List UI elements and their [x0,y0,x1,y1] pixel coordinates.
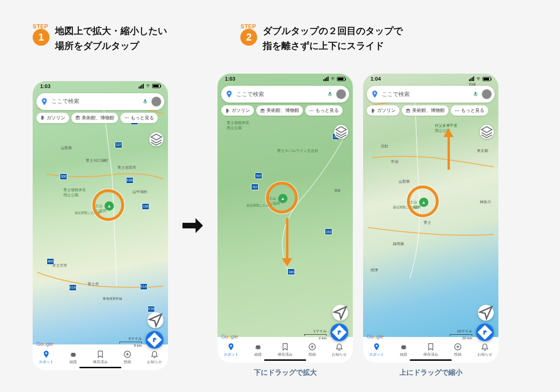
svg-point-6 [128,117,129,118]
home-indicator[interactable] [79,367,121,368]
phone-screenshot-3: 1:04ここで検索ガソリン美術館、博物館もっと見る高崎秩父多摩甲斐国立公園北杜東… [363,74,498,363]
svg-rect-11 [329,92,331,95]
svg-point-7 [45,352,47,354]
mic-icon[interactable] [327,91,333,97]
svg-point-10 [228,92,230,94]
svg-point-22 [455,110,456,111]
battery-icon [483,77,491,81]
status-bar: 1:04 [363,74,498,84]
svg-point-18 [478,80,479,80]
svg-point-14 [311,110,312,111]
mic-icon[interactable] [142,98,148,105]
search-placeholder: ここで検索 [51,97,139,105]
chip-more[interactable]: もっと見る [305,105,343,116]
signal-icon [139,84,144,89]
mic-icon[interactable] [472,91,479,97]
wifi-icon [476,77,481,81]
battery-icon [152,84,161,88]
nav-spot[interactable]: スポット [217,337,245,363]
step-label: STEP [240,23,257,30]
chip-more[interactable]: もっと見る [120,113,158,123]
signal-icon [469,76,474,81]
status-bar: 1:03 [217,74,353,84]
svg-point-5 [126,117,127,118]
signal-icon [323,76,329,81]
step-label: STEP [33,23,49,30]
step-title-2: ダブルタップの２回目のタップで 指を離さずに上下にスライド [263,23,403,53]
svg-rect-20 [475,92,476,95]
svg-point-23 [457,110,458,111]
locate-button[interactable] [147,312,163,328]
svg-point-24 [458,110,459,111]
step-title-1: 地図上で拡大・縮小したい 場所をダブルタップ [55,23,167,53]
scale-bar: 10マイル20 km [450,329,472,340]
google-logo: Google [221,334,238,339]
highlight-circle [92,189,124,221]
chip-museum[interactable]: 美術館、博物館 [402,105,448,116]
svg-point-0 [148,87,148,88]
search-bar[interactable]: ここで検索 [367,86,495,103]
nav-route[interactable]: 経路 [245,337,272,363]
search-placeholder: ここで検索 [236,90,324,98]
caption-zoom-in: 下にドラッグで拡大 [217,368,353,377]
avatar[interactable] [151,96,161,107]
locate-button[interactable] [332,305,348,321]
home-indicator[interactable] [410,359,452,361]
svg-point-1 [43,99,45,101]
google-logo: Google [36,341,53,347]
chip-gas[interactable]: ガソリン [221,105,254,116]
nav-contribute[interactable]: 投稿 [114,344,141,370]
search-placeholder: ここで検索 [382,90,469,98]
svg-point-4 [125,117,126,118]
avatar[interactable] [336,89,346,99]
nav-contribute[interactable]: 投稿 [444,337,471,363]
svg-rect-2 [144,99,146,102]
wifi-icon [145,84,151,88]
nav-contribute[interactable]: 投稿 [299,337,326,363]
svg-point-13 [309,110,310,111]
nav-spot[interactable]: スポット [33,344,60,370]
maps-logo-icon [225,90,233,98]
chip-gas[interactable]: ガソリン [36,113,69,123]
chip-museum[interactable]: 美術館、博物館 [71,113,118,123]
home-indicator[interactable] [264,359,306,361]
scale-bar: 5マイル5 km [119,336,142,348]
step-badge-1: 1 [33,29,49,46]
layers-button[interactable] [149,132,163,146]
directions-button[interactable] [330,323,348,341]
directions-button[interactable] [146,331,163,349]
scale-bar: 1マイル2 km [304,329,327,340]
locate-button[interactable] [478,305,494,321]
chip-museum[interactable]: 美術館、博物館 [256,105,303,116]
layers-button[interactable] [334,125,348,139]
phone-screenshot-1: 1:03ここで検索ガソリン美術館、博物館もっと見る甲府市昭和町山梨県富士河口湖町… [33,81,168,370]
chip-gas[interactable]: ガソリン [367,105,399,116]
avatar[interactable] [482,89,492,99]
nav-saved[interactable]: 保存済み [87,344,114,370]
time: 1:03 [225,76,235,82]
time: 1:03 [40,83,50,89]
svg-point-15 [313,110,314,111]
nav-saved[interactable]: 保存済み [272,337,299,363]
phone-screenshot-2: 1:03ここで検索ガソリン美術館、博物館もっと見る富士箱根伊豆国立公園富士スバル… [217,74,353,363]
layers-button[interactable] [480,125,494,139]
maps-logo-icon [40,97,49,106]
caption-zoom-out: 上にドラッグで縮小 [363,368,498,377]
wifi-icon [330,77,336,81]
chip-more[interactable]: もっと見る [451,105,488,116]
nav-route[interactable]: 経路 [60,344,87,370]
status-bar: 1:03 [33,81,168,91]
battery-icon [337,77,345,81]
directions-button[interactable] [476,323,494,341]
search-bar[interactable]: ここで検索 [221,86,349,103]
google-logo: Google [367,334,384,339]
step-badge-2: 2 [240,29,257,46]
highlight-circle [266,182,298,213]
svg-point-19 [374,92,376,94]
nav-spot[interactable]: スポット [363,337,390,363]
svg-point-9 [333,80,333,80]
svg-point-16 [230,345,232,347]
nav-saved[interactable]: 保存済み [417,337,444,363]
search-bar[interactable]: ここで検索 [36,93,164,110]
nav-route[interactable]: 経路 [390,337,417,363]
